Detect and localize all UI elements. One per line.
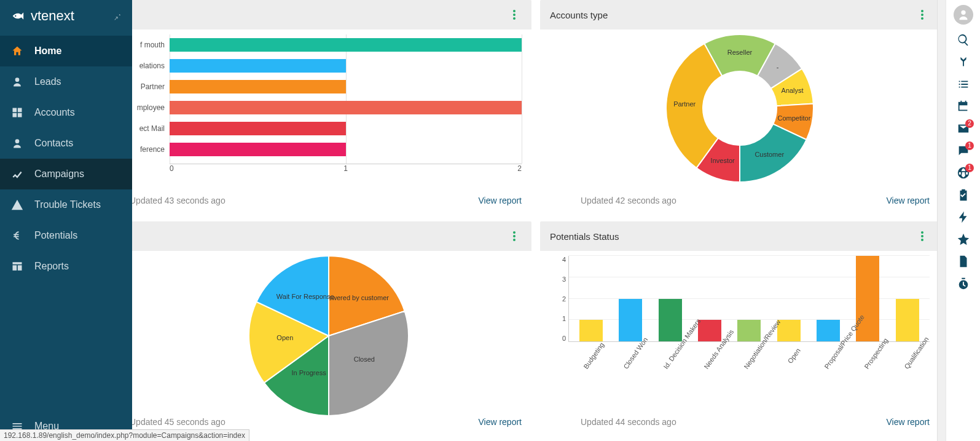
card-lead-source: f mouthelationsPartnermployeeect Mailfer…	[132, 0, 531, 213]
nav-label: Leads	[34, 76, 61, 87]
svg-text:Wait For Response: Wait For Response	[276, 293, 334, 300]
card-header	[132, 221, 531, 251]
svg-point-4	[921, 14, 923, 16]
svg-point-5	[921, 17, 923, 20]
nav-label: Potentials	[34, 230, 77, 241]
svg-point-15	[513, 239, 515, 241]
svg-point-3	[921, 10, 923, 12]
sidebar: vtenext Home Leads Accounts Contacts	[0, 0, 132, 441]
nav-accounts[interactable]: Accounts	[0, 97, 132, 128]
card-potentials-status: Potentials Status 01234BudgetingClosed W…	[540, 221, 939, 434]
nav: Home Leads Accounts Contacts Campaigns T…	[0, 36, 132, 411]
svg-point-21	[921, 231, 923, 234]
dots-icon	[513, 231, 515, 241]
card-ticket-status: Answered by customerClosedIn ProgressOpe…	[132, 221, 531, 434]
nav-home[interactable]: Home	[0, 36, 132, 66]
vbar-chart: 01234BudgetingClosed WonId. Decision Mak…	[550, 256, 930, 416]
nav-label: Accounts	[34, 107, 75, 118]
avatar[interactable]	[954, 5, 973, 25]
svg-text:Investor: Investor	[711, 157, 735, 164]
svg-point-1	[513, 14, 515, 16]
document-icon[interactable]	[957, 255, 970, 268]
pie-chart: Answered by customerClosedIn ProgressOpe…	[136, 256, 522, 416]
timer-icon[interactable]	[957, 277, 970, 290]
dashboard-grid: f mouthelationsPartnermployeeect Mailfer…	[132, 0, 946, 441]
card-footer: Updated 42 seconds ago View report	[540, 189, 939, 213]
dots-icon	[513, 10, 515, 20]
svg-point-2	[513, 17, 515, 20]
calendar-icon[interactable]	[957, 100, 970, 113]
view-report-link[interactable]: View report	[886, 196, 930, 205]
chart-icon	[11, 168, 23, 180]
star-icon[interactable]	[957, 232, 970, 246]
brand-logo[interactable]: vtenext	[10, 7, 74, 25]
svg-point-23	[921, 239, 923, 241]
logo-row: vtenext	[0, 0, 132, 36]
card-body: 01234BudgetingClosed WonId. Decision Mak…	[540, 251, 939, 423]
dots-icon	[921, 10, 923, 20]
list-icon[interactable]	[957, 77, 970, 91]
card-menu-button[interactable]	[915, 229, 930, 244]
branch-icon[interactable]	[957, 55, 970, 69]
card-header	[132, 0, 531, 30]
pin-icon[interactable]	[112, 11, 122, 21]
donut-chart: Reseller-AnalystCompetitorCustomerInvest…	[550, 34, 930, 182]
main: f mouthelationsPartnermployeeect Mailfer…	[132, 0, 980, 441]
card-menu-button[interactable]	[507, 229, 522, 244]
nav-potentials[interactable]: Potentials	[0, 220, 132, 251]
card-footer: Updated 43 seconds ago View report	[132, 189, 531, 213]
nav-contacts[interactable]: Contacts	[0, 128, 132, 159]
card-body: Reseller-AnalystCompetitorCustomerInvest…	[540, 30, 939, 189]
hbar-chart: f mouthelationsPartnermployeeect Mailfer…	[136, 34, 522, 176]
card-title: Accounts type	[550, 10, 608, 20]
person-icon	[11, 76, 23, 88]
brand-text: vtenext	[31, 8, 74, 24]
badge: 1	[965, 141, 974, 150]
badge: 1	[965, 164, 974, 172]
view-report-link[interactable]: View report	[478, 196, 522, 205]
card-menu-button[interactable]	[915, 7, 930, 22]
svg-text:Partner: Partner	[673, 100, 696, 108]
fish-icon	[10, 7, 27, 25]
svg-text:Open: Open	[276, 334, 293, 341]
status-bar-url: 192.168.1.89/english_demo/index.php?modu…	[0, 429, 249, 441]
card-body: f mouthelationsPartnermployeeect Mailfer…	[132, 30, 531, 189]
person-icon	[11, 137, 23, 149]
card-menu-button[interactable]	[507, 7, 522, 22]
warning-icon	[11, 199, 23, 211]
nav-campaigns[interactable]: Campaigns	[0, 159, 132, 189]
dots-icon	[921, 231, 923, 241]
nav-tickets[interactable]: Trouble Tickets	[0, 189, 132, 220]
bolt-icon[interactable]	[957, 210, 970, 224]
badge: 2	[965, 119, 974, 128]
svg-text:Analyst: Analyst	[782, 87, 804, 94]
svg-text:Competitor: Competitor	[778, 114, 811, 122]
grid-icon	[11, 106, 23, 119]
svg-point-0	[513, 10, 515, 12]
svg-point-13	[513, 231, 515, 234]
svg-text:Reseller: Reseller	[727, 49, 753, 56]
card-header: Accounts type	[540, 0, 939, 30]
updated-text: Updated 42 seconds ago	[550, 196, 676, 205]
svg-point-14	[513, 235, 515, 237]
clipboard-check-icon[interactable]	[957, 188, 970, 202]
right-rail: 2 1 1	[946, 0, 980, 441]
svg-point-22	[921, 235, 923, 237]
nav-leads[interactable]: Leads	[0, 66, 132, 97]
updated-text: Updated 43 seconds ago	[132, 196, 225, 205]
avatar-icon	[957, 8, 970, 22]
nav-label: Contacts	[34, 138, 73, 149]
card-body: Answered by customerClosedIn ProgressOpe…	[132, 251, 531, 423]
card-accounts-type: Accounts type Reseller-AnalystCompetitor…	[540, 0, 939, 213]
scrollbar[interactable]	[937, 0, 946, 441]
table-icon	[11, 260, 23, 272]
nav-label: Campaigns	[34, 169, 84, 180]
nav-label: Trouble Tickets	[34, 199, 101, 210]
svg-text:In Progress: In Progress	[291, 369, 326, 376]
home-icon	[11, 45, 23, 57]
search-icon[interactable]	[957, 33, 970, 47]
nav-reports[interactable]: Reports	[0, 251, 132, 282]
svg-text:Customer: Customer	[755, 151, 784, 158]
nav-label: Home	[34, 46, 61, 57]
svg-text:-: -	[777, 63, 779, 71]
